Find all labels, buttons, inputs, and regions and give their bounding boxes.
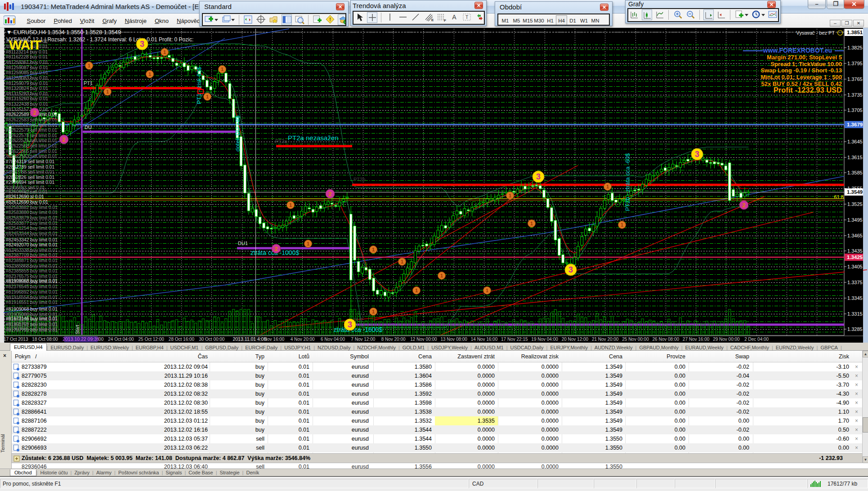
svg-text:1: 1 — [163, 49, 166, 55]
svg-text:17 Oct 2013: 17 Oct 2013 — [4, 337, 28, 342]
svg-text:#81162228 buy 0.01: #81162228 buy 0.01 — [6, 54, 48, 59]
svg-text:#82622568 sell limit 0.01: #82622568 sell limit 0.01 — [6, 143, 57, 148]
svg-text:29 Nov 00:00: 29 Nov 00:00 — [713, 337, 740, 342]
svg-text:#81259079 buy 0.01: #81259079 buy 0.01 — [6, 81, 48, 86]
svg-text:#81909068 buy limit 0.01: #81909068 buy limit 0.01 — [6, 278, 58, 283]
svg-text:#82376545 buy limit 0.01: #82376545 buy limit 0.01 — [6, 284, 58, 289]
svg-text:1: 1 — [440, 273, 443, 278]
svg-text:20 Nov 12:00: 20 Nov 12:00 — [562, 337, 589, 342]
svg-text:!: ! — [329, 17, 331, 22]
svg-text:#82583880 buy limit 0.01: #82583880 buy limit 0.01 — [6, 210, 58, 215]
svg-text:#82453342 buy limit 0.01: #82453342 buy limit 0.01 — [6, 237, 58, 242]
svg-text:#2862789 sell limit 0.01: #2862789 sell limit 0.01 — [6, 165, 54, 170]
svg-text:A: A — [452, 13, 456, 21]
svg-text:1.3405: 1.3405 — [847, 264, 863, 269]
svg-text:1.3465: 1.3465 — [847, 233, 863, 238]
svg-text:#82583877 buy limit 0.01: #82583877 buy limit 0.01 — [6, 221, 58, 226]
svg-text:Spread 1; TickValue 10.00: Spread 1; TickValue 10.00 — [770, 61, 842, 67]
svg-text:1.3435: 1.3435 — [847, 248, 863, 254]
svg-text:2: 2 — [33, 109, 36, 116]
svg-text:3: 3 — [568, 265, 573, 274]
svg-text:14 Nov 16:00: 14 Nov 16:00 — [471, 337, 498, 342]
svg-text:1.3765: 1.3765 — [847, 76, 863, 82]
svg-text:Swap Long -0.19 / Short -0.13: Swap Long -0.19 / Short -0.13 — [761, 67, 842, 74]
svg-text:17 Nov 22:15: 17 Nov 22:15 — [501, 337, 528, 342]
svg-text:25 Nov 00:00: 25 Nov 00:00 — [622, 337, 649, 342]
svg-text:#81259361 buy 0.01: #81259361 buy 0.01 — [6, 60, 48, 65]
svg-text:1: 1 — [401, 259, 403, 264]
svg-text:1: 1 — [307, 241, 309, 246]
svg-text:#81322438 buy 0.01: #81322438 buy 0.01 — [6, 102, 48, 107]
svg-text:1.3585: 1.3585 — [847, 170, 863, 175]
svg-text:DU1: DU1 — [238, 241, 248, 246]
svg-text:#82622582 sell limit 0.01: #82622582 sell limit 0.01 — [6, 123, 57, 128]
svg-text:1.3735: 1.3735 — [847, 92, 863, 98]
svg-text:#82453338 buy limit 0.01: #82453338 buy limit 0.01 — [6, 248, 58, 253]
svg-text:#2862788 sell limit 0.01: #2862788 sell limit 0.01 — [6, 170, 54, 174]
svg-text:1: 1 — [621, 222, 623, 228]
svg-text:ztráta cca -1600$: ztráta cca -1600$ — [334, 326, 382, 333]
svg-text:#82583882 buy limit 0.01: #82583882 buy limit 0.01 — [6, 205, 58, 210]
svg-text:28 Oct 16:00: 28 Oct 16:00 — [169, 337, 195, 342]
svg-text:1.3525: 1.3525 — [847, 201, 863, 207]
svg-text:19 Nov 04:00: 19 Nov 04:00 — [531, 337, 558, 342]
svg-text:3: 3 — [695, 150, 699, 159]
svg-text:PT2a: PT2a — [275, 138, 287, 144]
svg-text:7 Nov 12:00: 7 Nov 12:00 — [351, 337, 375, 342]
svg-text:PT2b: PT2b — [353, 177, 365, 182]
svg-text:#81315283 buy 0.01: #81315283 buy 0.01 — [6, 91, 48, 96]
svg-text:1.3795: 1.3795 — [847, 61, 863, 66]
svg-text:1: 1 — [88, 63, 90, 68]
svg-text:1: 1 — [372, 247, 375, 252]
svg-text:1.3851: 1.3851 — [847, 30, 863, 35]
svg-text:1.3315: 1.3315 — [847, 311, 863, 317]
svg-text:1.3285: 1.3285 — [847, 326, 863, 332]
svg-text:1.3495: 1.3495 — [847, 217, 863, 223]
svg-text:3: 3 — [348, 320, 352, 329]
svg-text:#2906694 sell limit 0.01: #2906694 sell limit 0.01 — [6, 180, 54, 185]
svg-text:#81259087 buy 0.01: #81259087 buy 0.01 — [6, 65, 48, 70]
svg-text:1: 1 — [530, 221, 533, 226]
svg-text:PT2a nezasažen: PT2a nezasažen — [288, 134, 339, 142]
svg-text:#82385868 buy limit 0.01: #82385868 buy limit 0.01 — [6, 263, 58, 268]
svg-text:27 Nov 16:00: 27 Nov 16:00 — [683, 337, 710, 342]
svg-text:▼ EURUSD,H4 1.3534 1.3550 1.3: ▼ EURUSD,H4 1.3534 1.3550 1.3528 1.3549 — [6, 29, 121, 36]
svg-text:#81259083 buy 0.01: #81259083 buy 0.01 — [6, 76, 48, 80]
svg-text:#81905709 sell stop 0.01: #81905709 sell stop 0.01 — [6, 321, 58, 326]
svg-text:#82622563 sell limit 0.01: #82622563 sell limit 0.01 — [6, 154, 57, 159]
svg-text:3: 3 — [536, 172, 541, 181]
svg-text:#82385855 buy limit 0.01: #82385855 buy limit 0.01 — [6, 268, 58, 273]
svg-text:1.3645: 1.3645 — [847, 139, 863, 144]
svg-text:1.3375: 1.3375 — [847, 280, 863, 285]
svg-text:MinLot 0.01; Leverage 1 : 500: MinLot 0.01; Leverage 1 : 500 — [761, 74, 842, 80]
svg-text:21 Nov 20:00: 21 Nov 20:00 — [592, 337, 619, 342]
svg-text:PT2b - ztráta cca -60$: PT2b - ztráta cca -60$ — [624, 153, 631, 211]
svg-text:#82583879 buy limit 0.01: #82583879 buy limit 0.01 — [6, 215, 58, 220]
svg-text:#82492070 buy limit 0.01: #82492070 buy limit 0.01 — [6, 242, 58, 247]
svg-text:#82385871 buy limit 0.01: #82385871 buy limit 0.01 — [6, 258, 58, 263]
svg-text:13 Nov 08:00: 13 Nov 08:00 — [440, 337, 467, 342]
svg-text:1.3345: 1.3345 — [847, 295, 863, 301]
svg-text:2: 2 — [328, 191, 331, 197]
svg-text:#81320824 buy 0.01: #81320824 buy 0.01 — [6, 86, 48, 91]
svg-text:PT1: PT1 — [84, 80, 93, 86]
svg-text:#82606692 sell 0.01: #82606692 sell 0.01 — [6, 189, 48, 194]
svg-text:#82612690 buy 0.01: #82612690 buy 0.01 — [6, 200, 48, 205]
svg-text:#81325157 buy 0.01: #81325157 buy 0.01 — [6, 107, 48, 112]
svg-text:1.3615: 1.3615 — [847, 155, 863, 160]
svg-text:#2862826 sell limit 0.01: #2862826 sell limit 0.01 — [6, 175, 54, 180]
svg-text:#81259085 buy 0.01: #81259085 buy 0.01 — [6, 70, 48, 75]
svg-text:#82622583 sell limit 0.01: #82622583 sell limit 0.01 — [6, 117, 57, 122]
svg-text:30 Oct 00:00: 30 Oct 00:00 — [199, 337, 225, 342]
svg-text:#82622576 sell limit 0.01: #82622576 sell limit 0.01 — [6, 138, 57, 143]
svg-text:Vysavač - bez PT: Vysavač - bez PT — [796, 30, 835, 36]
svg-text:3: 3 — [140, 40, 144, 49]
svg-text:www.FOREXROBOT.eu: www.FOREXROBOT.eu — [763, 47, 832, 54]
svg-text:#82612690 sl 0.01: #82612690 sl 0.01 — [6, 194, 44, 199]
svg-text:Margin 271.00; StopLevel 5: Margin 271.00; StopLevel 5 — [767, 54, 842, 61]
svg-text:F: F — [444, 18, 446, 22]
svg-text:#82622579 sell limit 0.01: #82622579 sell limit 0.01 — [6, 128, 57, 133]
svg-text:2013.10.22 09:39: 2013.10.22 09:39 — [63, 336, 99, 342]
svg-text:E: E — [431, 18, 434, 22]
svg-text:12 Nov 00:00: 12 Nov 00:00 — [410, 337, 437, 342]
